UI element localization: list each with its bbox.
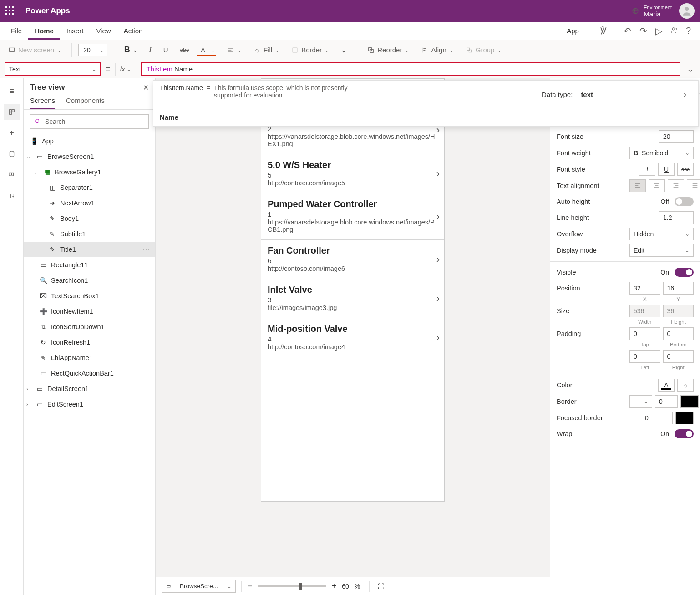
strike-toggle[interactable]: abc [677,163,694,176]
prop-fontsize-input[interactable]: 20 [659,130,694,143]
tree-node-title[interactable]: ✎Title1··· [24,242,155,257]
tree-node-separator[interactable]: ◫Separator1 [24,180,155,195]
wrap-toggle[interactable] [675,429,694,438]
screen-select[interactable]: ▭ BrowseScre... ⌄ [162,580,236,593]
pad-top-input[interactable]: 0 [629,327,660,340]
rail-hamburger-icon[interactable]: ≡ [4,83,20,99]
border-width-input[interactable]: 0 [655,395,678,408]
pad-bottom-input[interactable]: 0 [663,327,694,340]
fit-screen-icon[interactable]: ⛶ [378,583,384,590]
size-h-input[interactable]: 36 [663,305,694,317]
formula-input[interactable]: ThisItem.Name [141,62,680,76]
property-selector[interactable]: Text ⌄ [5,62,101,76]
menu-action[interactable]: Action [117,22,149,40]
pos-y-input[interactable]: 16 [663,282,694,295]
tab-components[interactable]: Components [66,97,105,109]
close-panel-icon[interactable]: ✕ [143,83,149,92]
avatar[interactable] [679,3,695,19]
share-icon[interactable] [670,25,678,36]
gallery-item[interactable]: 5.0 W/S Heater5http://contoso.com/image5… [261,154,444,193]
pad-right-input[interactable]: 0 [663,350,694,363]
chevron-right-icon[interactable]: › [684,90,691,99]
tree-node-app[interactable]: 📱App [24,133,155,149]
align-justify-button[interactable] [687,179,700,192]
underline-toggle[interactable]: U [658,163,675,176]
tree-node-iconsort[interactable]: ⇅IconSortUpDown1 [24,319,155,335]
underline-button[interactable]: U [160,44,172,56]
fill-button[interactable]: Fill ⌄ [250,44,283,56]
font-color-button[interactable]: A ⌄ [197,44,219,56]
menu-file[interactable]: File [5,22,28,40]
menu-insert[interactable]: Insert [60,22,90,40]
prop-lineheight-input[interactable]: 1.2 [659,211,694,224]
border-color-swatch[interactable] [680,395,699,408]
tree-search-input[interactable]: Search [30,114,149,129]
tree-node-iconnewitem[interactable]: ➕IconNewItem1 [24,304,155,319]
tree-node-editscreen[interactable]: ›▭EditScreen1 [24,397,155,412]
visible-toggle[interactable] [675,268,694,277]
chevron-right-icon[interactable]: › [436,332,440,344]
gallery-item[interactable]: Fan Controller6http://contoso.com/image6… [261,240,444,279]
focusborder-input[interactable]: 0 [641,412,673,424]
redo-icon[interactable]: ↷ [639,25,647,36]
tree-node-iconrefresh[interactable]: ↻IconRefresh1 [24,335,155,350]
chevron-right-icon[interactable]: › [436,254,440,265]
tree-node-body[interactable]: ✎Body1 [24,211,155,226]
rail-tree-icon[interactable] [4,104,20,120]
tab-screens[interactable]: Screens [30,97,55,109]
prop-displaymode-select[interactable]: Edit⌄ [629,244,694,257]
app-checker-icon[interactable]: ℣ [600,25,607,36]
tree-node-textsearchbox[interactable]: ⌧TextSearchBox1 [24,288,155,304]
waffle-icon[interactable] [5,6,15,15]
undo-icon[interactable]: ↶ [624,25,631,36]
fx-button[interactable]: fx ⌄ [120,66,132,73]
tree-node-nextarrow[interactable]: ➜NextArrow1 [24,195,155,211]
gallery-item[interactable]: Pumped Water Controller1https://vanarsde… [261,193,444,240]
autoheight-toggle[interactable] [675,197,694,206]
size-w-input[interactable]: 536 [629,305,660,317]
tree-node-detailscreen[interactable]: ›▭DetailScreen1 [24,381,155,397]
pad-left-input[interactable]: 0 [629,350,660,363]
zoom-in-icon[interactable]: + [332,581,337,591]
gallery-item[interactable]: Inlet Valve3file://images/image3.jpg› [261,279,444,318]
more-button[interactable]: ⌄ [337,44,350,56]
rail-media-icon[interactable] [4,167,20,183]
tree-node-searchicon[interactable]: 🔍SearchIcon1 [24,273,155,288]
tree-node-lblappname[interactable]: ✎LblAppName1 [24,350,155,366]
zoom-out-icon[interactable]: − [247,581,253,591]
prop-overflow-select[interactable]: Hidden⌄ [629,228,694,240]
chevron-right-icon[interactable]: › [436,211,440,223]
rail-settings-icon[interactable] [4,188,20,204]
font-size-select[interactable]: 20 ⌄ [78,44,107,56]
align-left-button[interactable] [629,179,646,192]
tree-node-subtitle[interactable]: ✎Subtitle1 [24,226,155,242]
help-icon[interactable]: ? [686,25,691,36]
menu-view[interactable]: View [90,22,117,40]
new-screen-button[interactable]: New screen ⌄ [5,44,65,56]
group-button[interactable]: Group ⌄ [462,44,506,56]
tree-node-browsescreen[interactable]: ⌄▭BrowseScreen1 [24,149,155,164]
focusborder-swatch[interactable] [675,412,694,424]
menu-home[interactable]: Home [28,22,60,40]
italic-button[interactable]: I [146,44,155,56]
fill-color-swatch[interactable] [677,379,694,392]
tree-node-rectquickaction[interactable]: ▭RectQuickActionBar1 [24,366,155,381]
play-icon[interactable]: ▷ [655,25,662,36]
align-objects-button[interactable]: Align ⌄ [417,44,457,56]
strikethrough-button[interactable]: abc [177,45,193,55]
tree-node-rectangle[interactable]: ▭Rectangle11 [24,257,155,273]
border-button[interactable]: Border ⌄ [288,44,333,56]
expand-formula-icon[interactable]: ⌄ [687,64,694,74]
font-color-swatch[interactable]: A [658,379,675,392]
align-button[interactable]: ⌄ [223,45,245,56]
prop-fontweight-select[interactable]: B Semibold⌄ [629,147,694,159]
chevron-right-icon[interactable]: › [436,293,440,305]
zoom-slider[interactable] [258,585,326,587]
rail-insert-icon[interactable]: + [4,125,20,141]
chevron-right-icon[interactable]: › [436,168,440,180]
gallery-item[interactable]: Mid-position Valve4http://contoso.com/im… [261,318,444,357]
italic-toggle[interactable]: I [639,163,655,176]
environment-picker[interactable]: Environment Maria [632,4,672,18]
reorder-button[interactable]: Reorder ⌄ [364,44,413,56]
intellisense-item[interactable]: Name [153,108,698,126]
